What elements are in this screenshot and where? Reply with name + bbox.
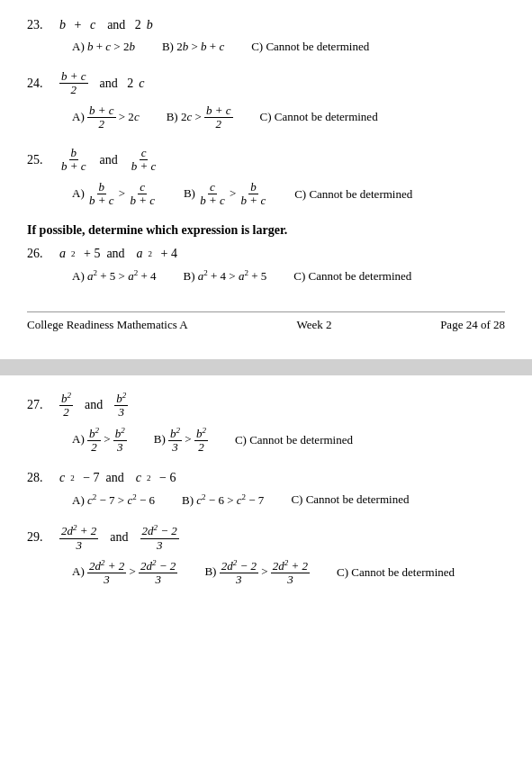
footer-right: Page 24 of 28 — [440, 318, 505, 332]
problem-28-expr: c2 − 7 and c2 − 6 — [59, 471, 176, 485]
problem-28-answers: A) c2 − 7 > c2 − 6 B) c2 − 6 > c2 − 7 C)… — [27, 492, 505, 508]
problem-26-a: A) a2 + 5 > a2 + 4 — [72, 268, 156, 284]
problem-25-a: A) bb + c > cb + c — [72, 181, 157, 208]
problem-24-expr: b + c2 and 2c — [59, 70, 145, 97]
footer-left: College Readiness Mathematics A — [27, 318, 188, 332]
problem-29-answers: A) 2d2 + 23 > 2d2 − 23 B) 2d2 − 23 > 2d2… — [27, 559, 505, 587]
problem-23-answers: A) b + c > 2b B) 2b > b + c C) Cannot be… — [27, 40, 505, 54]
problem-24-b: B) 2c > b + c2 — [167, 104, 233, 131]
problem-29-b: B) 2d2 − 23 > 2d2 + 23 — [204, 559, 310, 587]
problem-23-a: A) b + c > 2b — [72, 40, 135, 54]
problem-24-a: A) b + c2 > 2c — [72, 104, 140, 131]
problem-24-c: C) Cannot be determined — [260, 110, 378, 124]
problem-25-b: B) cb + c > bb + c — [184, 181, 267, 208]
problem-27-c: C) Cannot be determined — [235, 433, 353, 447]
footer-center: Week 2 — [296, 318, 331, 332]
problem-27: 27. b22 and b23 A) b22 > b23 B) b23 > b2… — [27, 392, 505, 455]
problem-29-a: A) 2d2 + 23 > 2d2 − 23 — [72, 559, 177, 587]
problem-28-a: A) c2 − 7 > c2 − 6 — [72, 492, 155, 508]
problem-24-num: 24. — [27, 77, 54, 91]
page-top: 23. b + c and 2b A) b + c > 2b B) 2b > b… — [0, 0, 532, 359]
problem-26-num: 26. — [27, 247, 54, 261]
section-title: If possible, determine which expression … — [27, 223, 505, 238]
problem-28-b: B) c2 − 6 > c2 − 7 — [182, 492, 264, 508]
problem-28: 28. c2 − 7 and c2 − 6 A) c2 − 7 > c2 − 6… — [27, 471, 505, 508]
problem-29-num: 29. — [27, 530, 54, 545]
problem-24: 24. b + c2 and 2c A) b + c2 > 2c B) 2c >… — [27, 70, 505, 131]
problem-27-expr: b22 and b23 — [59, 392, 128, 420]
problem-23-c: C) Cannot be determined — [251, 40, 369, 54]
problem-26-expr: a2 + 5 and a2 + 4 — [59, 247, 177, 261]
problem-23: 23. b + c and 2b A) b + c > 2b B) 2b > b… — [27, 18, 505, 54]
problem-24-answers: A) b + c2 > 2c B) 2c > b + c2 C) Cannot … — [27, 104, 505, 131]
problem-28-num: 28. — [27, 471, 54, 485]
problem-25-expr: bb + c and cb + c — [59, 147, 158, 174]
problem-23-num: 23. — [27, 18, 54, 32]
problem-25-c: C) Cannot be determined — [294, 187, 412, 202]
problem-23-b: B) 2b > b + c — [162, 40, 224, 54]
problem-27-answers: A) b22 > b23 B) b23 > b22 C) Cannot be d… — [27, 427, 505, 455]
problem-29-expr: 2d2 + 23 and 2d2 − 23 — [59, 524, 179, 552]
page-footer: College Readiness Mathematics A Week 2 P… — [27, 311, 505, 332]
problem-27-b: B) b23 > b22 — [154, 427, 208, 455]
problem-26-c: C) Cannot be determined — [293, 269, 411, 284]
problem-25: 25. bb + c and cb + c A) bb + c > cb + c… — [27, 147, 505, 207]
page-separator — [0, 359, 532, 375]
problem-23-expr: b + c and 2b — [59, 18, 153, 32]
problem-29: 29. 2d2 + 23 and 2d2 − 23 A) 2d2 + 23 > … — [27, 524, 505, 587]
problem-26: 26. a2 + 5 and a2 + 4 A) a2 + 5 > a2 + 4… — [27, 247, 505, 284]
problem-25-num: 25. — [27, 153, 54, 167]
page-bottom: 27. b22 and b23 A) b22 > b23 B) b23 > b2… — [0, 375, 532, 621]
problem-28-c: C) Cannot be determined — [291, 492, 409, 507]
problem-26-answers: A) a2 + 5 > a2 + 4 B) a2 + 4 > a2 + 5 C)… — [27, 268, 505, 284]
problem-29-c: C) Cannot be determined — [337, 565, 455, 580]
problem-27-num: 27. — [27, 398, 54, 412]
problem-27-a: A) b22 > b23 — [72, 427, 127, 455]
problem-26-b: B) a2 + 4 > a2 + 5 — [183, 268, 266, 284]
problem-25-answers: A) bb + c > cb + c B) cb + c > bb + c C)… — [27, 181, 505, 208]
